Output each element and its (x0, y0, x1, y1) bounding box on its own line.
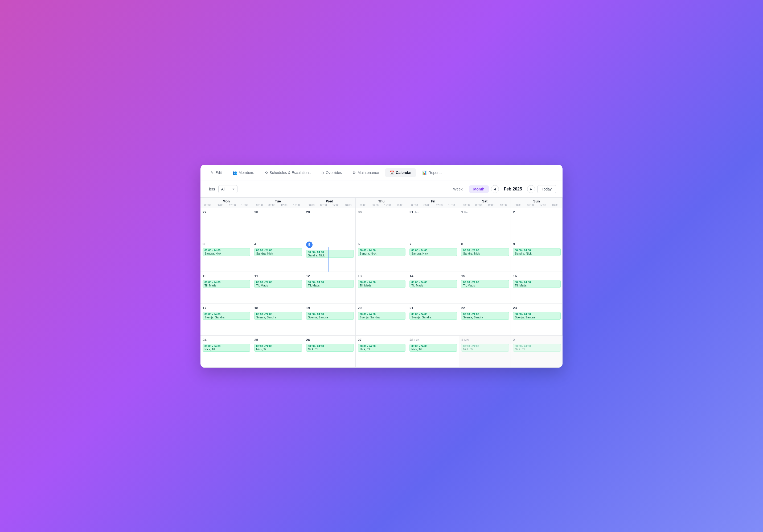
time-tick: 06:00 (424, 204, 430, 207)
overrides-icon: ◇ (321, 170, 324, 175)
nav-tab-schedules[interactable]: ⟲Schedules & Escalations (260, 168, 315, 177)
calendar-day-cell[interactable]: 1500:00 - 24:00Til, Mads (459, 272, 511, 304)
calendar-day-cell[interactable]: 400:00 - 24:00Sandra, Nick (252, 240, 304, 272)
calendar-day-cell[interactable]: 2200:00 - 24:00Svenja, Sandra (459, 304, 511, 336)
event-block[interactable]: 00:00 - 24:00Svenja, Sandra (409, 312, 457, 320)
nav-tab-overrides[interactable]: ◇Overrides (317, 168, 347, 177)
event-time: 00:00 - 24:00 (204, 249, 248, 252)
event-block[interactable]: 00:00 - 24:00Nick, Til (306, 344, 354, 352)
calendar-day-cell[interactable]: 2500:00 - 24:00Nick, Til (252, 336, 304, 368)
day-name-fri: Fri (407, 199, 459, 203)
day-header-thu: Thu00:0006:0012:0018:00 (356, 198, 407, 208)
month-view-button[interactable]: Month (469, 185, 489, 193)
calendar-day-cell[interactable]: 1700:00 - 24:00Svenja, Sandra (200, 304, 252, 336)
nav-tab-calendar[interactable]: 📅Calendar (385, 168, 416, 177)
calendar-day-cell[interactable]: 1800:00 - 24:00Svenja, Sandra (252, 304, 304, 336)
calendar-day-cell[interactable]: 600:00 - 24:00Sandra, Nick (356, 240, 407, 272)
event-names: Nick, Til (411, 348, 455, 351)
event-block[interactable]: 00:00 - 24:00Sandra, Nick (254, 248, 302, 256)
event-block[interactable]: 00:00 - 24:00Nick, Til (409, 344, 457, 352)
calendar-day-cell[interactable]: 27 (200, 208, 252, 240)
event-time: 00:00 - 24:00 (360, 345, 403, 348)
event-time: 00:00 - 24:00 (411, 345, 455, 348)
calendar-day-cell[interactable]: 2600:00 - 24:00Nick, Til (304, 336, 356, 368)
calendar-day-cell[interactable]: 29 (304, 208, 356, 240)
calendar-icon: 📅 (389, 170, 394, 175)
event-block[interactable]: 00:00 - 24:00Svenja, Sandra (358, 312, 405, 320)
calendar-day-cell[interactable]: 800:00 - 24:00Sandra, Nick (459, 240, 511, 272)
time-tick: 12:00 (384, 204, 391, 207)
event-block[interactable]: 00:00 - 24:00Sandra, Nick (409, 248, 457, 256)
event-block[interactable]: 00:00 - 24:00Nick, Til (254, 344, 302, 352)
week-view-button[interactable]: Week (449, 185, 467, 193)
event-block[interactable]: 00:00 - 24:00Til, Mads (461, 280, 509, 288)
time-tick: 12:00 (539, 204, 546, 207)
today-button[interactable]: Today (537, 185, 556, 193)
event-block[interactable]: 00:00 - 24:00Svenja, Sandra (203, 312, 250, 320)
calendar-day-cell[interactable]: 2400:00 - 24:00Nick, Til (200, 336, 252, 368)
prev-month-button[interactable]: ◀ (491, 185, 499, 193)
calendar-day-cell[interactable]: 1200:00 - 24:00Til, Mads (304, 272, 356, 304)
event-block[interactable]: 00:00 - 24:00Til, Mads (203, 280, 250, 288)
time-tick: 06:00 (527, 204, 534, 207)
event-block[interactable]: 00:00 - 24:00Nick, Til (203, 344, 250, 352)
nav-tab-maintenance[interactable]: ⚙Maintenance (348, 168, 383, 177)
tiers-select[interactable]: AllTier 1Tier 2Tier 3 (218, 185, 238, 193)
nav-tab-edit[interactable]: ✎Edit (206, 168, 227, 177)
calendar-day-cell[interactable]: 2000:00 - 24:00Svenja, Sandra (356, 304, 407, 336)
calendar-day-cell[interactable]: 300:00 - 24:00Sandra, Nick (200, 240, 252, 272)
event-block[interactable]: 00:00 - 24:00Svenja, Sandra (461, 312, 509, 320)
calendar-day-cell[interactable]: 1Feb (459, 208, 511, 240)
event-block[interactable]: 00:00 - 24:00Til, Mads (409, 280, 457, 288)
calendar-day-cell[interactable]: 30 (356, 208, 407, 240)
event-block[interactable]: 00:00 - 24:00Til, Mads (513, 280, 561, 288)
calendar-day-cell[interactable]: 500:00 - 24:00Sandra, Nick (304, 240, 356, 272)
schedules-icon: ⟲ (265, 170, 268, 175)
event-names: Svenja, Sandra (360, 316, 403, 319)
event-block[interactable]: 00:00 - 24:00Svenja, Sandra (513, 312, 561, 320)
event-time: 00:00 - 24:00 (360, 281, 403, 284)
calendar-day-cell[interactable]: 2300:00 - 24:00Svenja, Sandra (511, 304, 563, 336)
event-block[interactable]: 00:00 - 24:00Sandra, Nick (461, 248, 509, 256)
calendar-day-cell[interactable]: 1300:00 - 24:00Til, Mads (356, 272, 407, 304)
nav-tab-members[interactable]: 👥Members (228, 168, 259, 177)
calendar-day-cell[interactable]: 1100:00 - 24:00Til, Mads (252, 272, 304, 304)
event-block[interactable]: 00:00 - 24:00Svenja, Sandra (306, 312, 354, 320)
calendar-day-cell[interactable]: 200:00 - 24:00Nick, Til (511, 336, 563, 368)
event-block[interactable]: 00:00 - 24:00Til, Mads (358, 280, 405, 288)
calendar-day-cell[interactable]: 900:00 - 24:00Sandra, Nick (511, 240, 563, 272)
calendar-day-cell[interactable]: 1400:00 - 24:00Til, Mads (407, 272, 459, 304)
next-month-button[interactable]: ▶ (527, 185, 535, 193)
event-block[interactable]: 00:00 - 24:00Til, Mads (306, 280, 354, 288)
app-container: ✎Edit👥Members⟲Schedules & Escalations◇Ov… (200, 165, 563, 368)
event-block[interactable]: 00:00 - 24:00Til, Mads (254, 280, 302, 288)
calendar-day-cell[interactable]: 1900:00 - 24:00Svenja, Sandra (304, 304, 356, 336)
calendar-day-cell[interactable]: 28 (252, 208, 304, 240)
event-names: Sandra, Nick (360, 252, 403, 255)
event-block[interactable]: 00:00 - 24:00Svenja, Sandra (254, 312, 302, 320)
calendar-day-cell[interactable]: 1000:00 - 24:00Til, Mads (200, 272, 252, 304)
nav-tab-reports[interactable]: 📊Reports (417, 168, 446, 177)
event-block[interactable]: 00:00 - 24:00Nick, Til (513, 344, 561, 352)
time-tick: 00:00 (463, 204, 470, 207)
calendar-day-cell[interactable]: 31Jan (407, 208, 459, 240)
calendar-day-cell[interactable]: 2700:00 - 24:00Nick, Til (356, 336, 407, 368)
day-number: 10 (203, 274, 206, 278)
event-block[interactable]: 00:00 - 24:00Sandra, Nick (306, 250, 354, 258)
calendar-day-cell[interactable]: 1600:00 - 24:00Til, Mads (511, 272, 563, 304)
calendar-day-cell[interactable]: 2100:00 - 24:00Svenja, Sandra (407, 304, 459, 336)
calendar-day-cell[interactable]: 1Mar00:00 - 24:00Nick, Til (459, 336, 511, 368)
calendar-day-cell[interactable]: 2 (511, 208, 563, 240)
event-names: Sandra, Nick (411, 252, 455, 255)
event-block[interactable]: 00:00 - 24:00Sandra, Nick (513, 248, 561, 256)
calendar-day-cell[interactable]: 28Feb00:00 - 24:00Nick, Til (407, 336, 459, 368)
event-block[interactable]: 00:00 - 24:00Nick, Til (358, 344, 405, 352)
time-tick: 00:00 (256, 204, 263, 207)
event-block[interactable]: 00:00 - 24:00Sandra, Nick (358, 248, 405, 256)
event-block[interactable]: 00:00 - 24:00Sandra, Nick (203, 248, 250, 256)
event-block[interactable]: 00:00 - 24:00Nick, Til (461, 344, 509, 352)
event-time: 00:00 - 24:00 (204, 281, 248, 284)
month-indicator: Feb (414, 338, 420, 341)
time-tick: 06:00 (320, 204, 327, 207)
calendar-day-cell[interactable]: 700:00 - 24:00Sandra, Nick (407, 240, 459, 272)
